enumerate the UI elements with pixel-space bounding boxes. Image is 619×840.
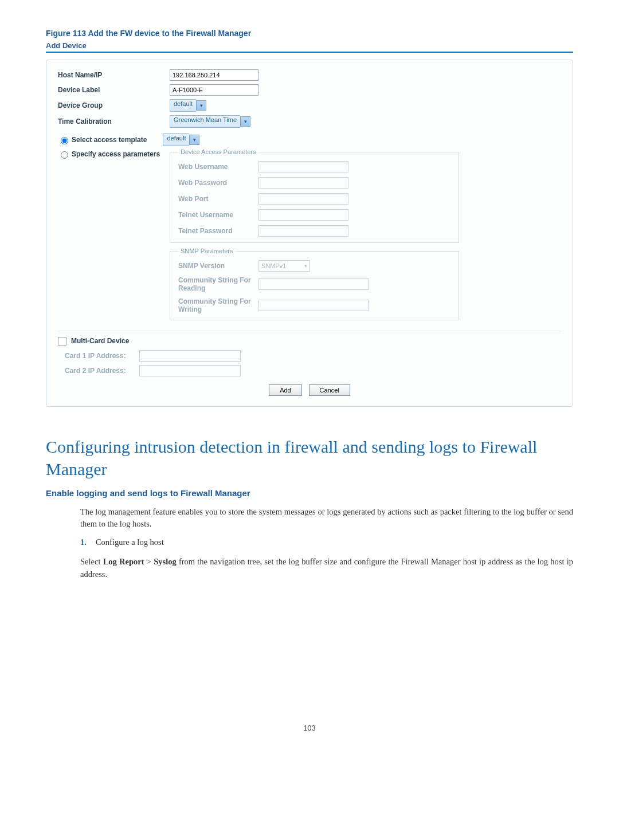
panel-title: Add Device xyxy=(46,41,573,50)
time-calibration-select[interactable]: Greenwich Mean Time xyxy=(170,115,240,128)
chevron-down-icon: ▾ xyxy=(304,263,307,269)
device-group-select[interactable]: default xyxy=(170,99,196,112)
specify-access-params-label: Specify access parameters xyxy=(72,150,160,158)
host-name-label: Host Name/IP xyxy=(58,71,170,79)
cancel-button[interactable]: Cancel xyxy=(309,384,350,396)
community-write-label: Community String For Writing xyxy=(178,297,258,314)
card2-ip-label: Card 2 IP Address: xyxy=(65,367,139,375)
web-port-input xyxy=(258,193,348,205)
list-number: 1. xyxy=(80,537,87,547)
chevron-down-icon[interactable]: ▾ xyxy=(196,100,206,111)
telnet-password-label: Telnet Password xyxy=(178,227,258,235)
multi-card-checkbox[interactable] xyxy=(58,337,66,346)
web-password-label: Web Password xyxy=(178,179,258,187)
add-device-form: Host Name/IP Device Label Device Group d… xyxy=(46,60,573,407)
device-access-parameters-fieldset: Device Access Parameters Web Username We… xyxy=(170,148,459,243)
paragraph: The log management feature enables you t… xyxy=(80,506,573,531)
telnet-username-label: Telnet Username xyxy=(178,211,258,219)
select-access-template-radio[interactable] xyxy=(61,137,68,144)
specify-access-params-radio[interactable] xyxy=(61,151,68,159)
card2-ip-input xyxy=(139,365,241,376)
snmp-version-label: SNMP Version xyxy=(178,262,258,270)
chevron-down-icon[interactable]: ▾ xyxy=(240,116,250,127)
web-password-input xyxy=(258,177,348,189)
access-template-select[interactable]: default xyxy=(163,134,189,146)
community-write-input xyxy=(258,300,369,311)
chevron-down-icon[interactable]: ▾ xyxy=(189,135,199,145)
time-calibration-label: Time Calibration xyxy=(58,117,170,125)
web-username-label: Web Username xyxy=(178,163,258,171)
section-heading: Configuring intrusion detection in firew… xyxy=(46,435,573,480)
snmp-legend: SNMP Parameters xyxy=(178,248,236,254)
community-read-input xyxy=(258,278,369,290)
web-username-input xyxy=(258,161,348,172)
community-read-label: Community String For Reading xyxy=(178,276,258,293)
snmp-parameters-fieldset: SNMP Parameters SNMP Version SNMPv1 ▾ Co… xyxy=(170,248,459,320)
figure-caption: Figure 113 Add the FW device to the Fire… xyxy=(46,29,573,38)
web-port-label: Web Port xyxy=(178,195,258,203)
snmp-version-select: SNMPv1 ▾ xyxy=(258,260,310,272)
host-name-input[interactable] xyxy=(170,69,258,81)
telnet-username-input xyxy=(258,209,348,221)
subsection-heading: Enable logging and send logs to Firewall… xyxy=(46,488,573,498)
device-access-legend: Device Access Parameters xyxy=(178,148,258,155)
divider xyxy=(46,52,573,53)
select-access-template-label: Select access template xyxy=(72,136,147,144)
multi-card-label: Multi-Card Device xyxy=(71,337,129,345)
list-item: 1.Configure a log host xyxy=(80,536,573,549)
add-button[interactable]: Add xyxy=(269,384,302,396)
card1-ip-label: Card 1 IP Address: xyxy=(65,352,139,360)
telnet-password-input xyxy=(258,225,348,237)
paragraph: Select Log Report > Syslog from the navi… xyxy=(80,556,573,581)
device-label-input[interactable] xyxy=(170,84,258,96)
device-group-label: Device Group xyxy=(58,101,170,109)
card1-ip-input xyxy=(139,350,241,362)
page-number: 103 xyxy=(46,724,573,732)
device-label-label: Device Label xyxy=(58,86,170,94)
